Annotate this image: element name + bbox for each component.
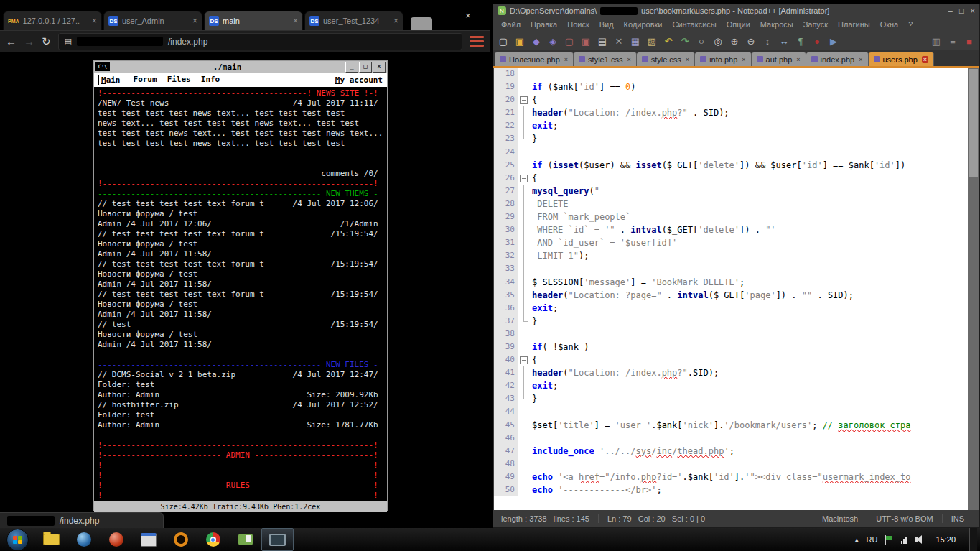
keyboard-layout[interactable]: RU	[867, 535, 878, 544]
maximize-icon[interactable]: □	[959, 6, 964, 15]
hidden-icons-arrow[interactable]: ▴	[855, 536, 859, 543]
blue-app-icon-button[interactable]	[67, 528, 100, 551]
browser-tab-127.0.0.1 / 127..[interactable]: PMA127.0.0.1 / 127..×	[3, 11, 102, 30]
tab-close-icon[interactable]: ×	[192, 16, 197, 26]
maximize-icon[interactable]: □	[359, 62, 372, 73]
browser-tab-user_Test_1234[interactable]: DSuser_Test_1234×	[304, 11, 403, 30]
hamburger-menu-icon[interactable]	[470, 36, 484, 47]
status-eol-format[interactable]: Macintosh	[813, 514, 867, 523]
play-macro-icon[interactable]: ▶	[826, 34, 841, 48]
start-button[interactable]	[6, 529, 29, 551]
file-tab-close-icon[interactable]: ×	[686, 56, 689, 63]
file-tab-index.php[interactable]: index.php×	[806, 52, 869, 66]
cut-icon[interactable]: ✕	[612, 34, 626, 48]
menu-Плагины[interactable]: Плагины	[833, 20, 875, 29]
copy-icon[interactable]: ▦	[628, 34, 643, 48]
sync-v-icon[interactable]: ↕	[760, 34, 775, 48]
openserver-flag-icon[interactable]	[885, 535, 893, 545]
zoom-out-icon[interactable]: ⊖	[744, 34, 758, 48]
app-window-icon-button[interactable]	[132, 528, 164, 551]
notepadpp-icon-button[interactable]	[229, 528, 261, 551]
menu-Макросы[interactable]: Макросы	[755, 20, 798, 29]
tab-close-icon[interactable]: ×	[293, 16, 298, 26]
minimize-icon[interactable]: –	[948, 6, 953, 15]
menu-Поиск[interactable]: Поиск	[562, 20, 594, 29]
red-app-icon-button[interactable]	[100, 528, 132, 551]
close-icon[interactable]: ▢	[562, 34, 577, 48]
new-file-icon[interactable]: ▢	[496, 34, 510, 48]
file-tab-close-icon[interactable]: ×	[742, 56, 745, 63]
file-tab-close-icon[interactable]: ×	[796, 56, 800, 63]
browser-tab-main[interactable]: DSmain×	[204, 11, 303, 30]
browser-tab-user_Admin[interactable]: DSuser_Admin×	[103, 11, 202, 30]
close-icon[interactable]: ×	[971, 6, 975, 15]
menu-?[interactable]: ?	[903, 20, 918, 29]
windows-explorer-icon-button[interactable]	[35, 528, 67, 551]
browser-status-tab[interactable]: /index.php	[0, 512, 164, 528]
forward-button[interactable]: →	[24, 36, 34, 47]
code-editor[interactable]: 1819if ($ank['id'] == 0)20{21header("Loc…	[494, 68, 968, 511]
network-icon[interactable]	[901, 536, 907, 544]
save-all-icon[interactable]: ◈	[546, 34, 560, 48]
browser-close-icon[interactable]: ×	[465, 10, 471, 21]
undo-icon[interactable]: ↶	[661, 34, 676, 48]
file-tab-close-icon[interactable]: ×	[922, 56, 928, 63]
open-file-icon[interactable]: ▣	[513, 34, 527, 48]
file-tab-style.css[interactable]: style.css×	[637, 52, 695, 66]
zoom-in-icon[interactable]: ⊕	[727, 34, 742, 48]
close-icon[interactable]: ×	[373, 62, 386, 73]
file-tab-close-icon[interactable]: ×	[859, 56, 862, 63]
fold-margin[interactable]	[518, 353, 528, 366]
paste-icon[interactable]: ▧	[645, 34, 659, 48]
record-macro-icon[interactable]: ●	[810, 34, 824, 48]
func-list-icon[interactable]: ≡	[946, 34, 960, 48]
file-tab-info.php[interactable]: info.php×	[695, 52, 751, 66]
menu-Файл[interactable]: Файл	[496, 20, 526, 29]
print-icon[interactable]: ▤	[595, 34, 610, 48]
status-encoding[interactable]: UTF-8 w/o BOM	[867, 514, 942, 523]
replace-icon[interactable]: ◎	[711, 34, 725, 48]
sync-h-icon[interactable]: ↔	[777, 34, 791, 48]
file-tab-Полезное.php[interactable]: Полезное.php×	[495, 52, 574, 66]
show-desktop-button[interactable]	[969, 528, 977, 551]
file-tab-close-icon[interactable]: ×	[627, 56, 630, 63]
opera-icon-button[interactable]	[164, 528, 197, 551]
back-button[interactable]: ←	[6, 36, 17, 47]
find-icon[interactable]: ○	[694, 34, 709, 48]
address-bar[interactable]: ▤ /index.php	[58, 33, 462, 50]
site-menu-forum[interactable]: Forum	[134, 75, 157, 85]
menu-Синтаксисы[interactable]: Синтаксисы	[668, 20, 722, 29]
file-tab-users.php[interactable]: users.php×	[869, 52, 935, 66]
menu-Запуск[interactable]: Запуск	[798, 20, 833, 29]
volume-icon[interactable]	[915, 535, 922, 544]
tab-close-icon[interactable]: ×	[393, 16, 398, 26]
chrome-icon-button[interactable]	[197, 528, 229, 551]
fold-margin[interactable]	[518, 93, 528, 106]
save-icon[interactable]: ◆	[529, 34, 543, 48]
menu-Правка[interactable]: Правка	[526, 20, 562, 29]
refresh-button[interactable]: ↻	[42, 36, 51, 47]
active-browser-icon-button[interactable]	[261, 528, 294, 551]
site-menu-main[interactable]: Main	[98, 75, 123, 85]
site-menu-files[interactable]: Files	[167, 75, 191, 85]
site-menu-info[interactable]: Info	[201, 75, 220, 85]
file-tab-close-icon[interactable]: ×	[564, 56, 568, 63]
file-tab-style1.css[interactable]: style1.css×	[574, 52, 637, 66]
menu-Кодировки[interactable]: Кодировки	[619, 20, 668, 29]
close-all-icon[interactable]: ▣	[579, 34, 593, 48]
menu-Окна[interactable]: Окна	[875, 20, 904, 29]
word-wrap-icon[interactable]: ¶	[793, 34, 808, 48]
doc-map-icon[interactable]: ▥	[929, 34, 943, 48]
tab-close-icon[interactable]: ×	[92, 16, 97, 26]
status-insert-mode[interactable]: INS	[943, 514, 973, 523]
menu-Вид[interactable]: Вид	[594, 20, 619, 29]
monitor-icon[interactable]: ■	[962, 34, 976, 48]
new-tab-button[interactable]	[411, 17, 432, 30]
fold-margin[interactable]	[518, 172, 528, 185]
redo-icon[interactable]: ↷	[678, 34, 692, 48]
notepadpp-titlebar[interactable]: N D:\OpenServer\domains\ user\bookmark\u…	[493, 4, 979, 17]
site-menu-my-account[interactable]: My account	[335, 75, 383, 85]
menu-Опции[interactable]: Опции	[722, 20, 755, 29]
minimize-icon[interactable]: _	[345, 62, 358, 73]
file-tab-aut.php[interactable]: aut.php×	[752, 52, 806, 66]
